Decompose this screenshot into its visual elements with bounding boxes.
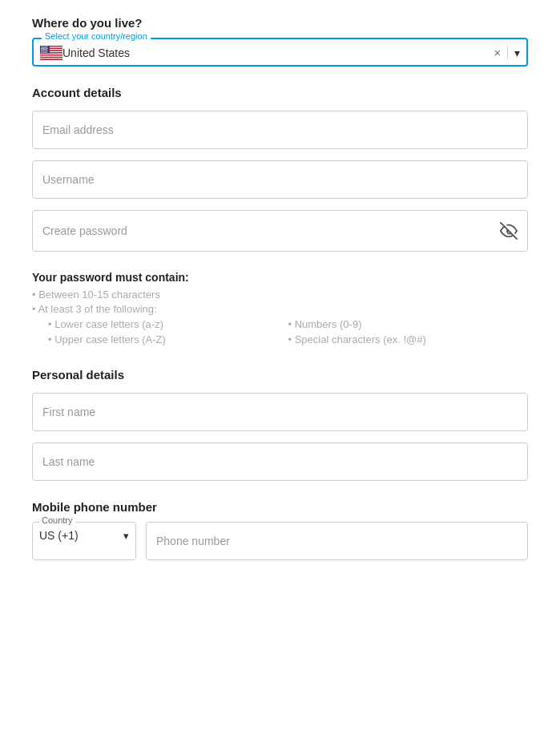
svg-point-46 — [46, 51, 47, 52]
svg-point-49 — [43, 52, 44, 53]
svg-point-26 — [42, 48, 43, 49]
svg-point-44 — [44, 51, 45, 52]
where-do-you-live-section: Where do you live? Select your country/r… — [32, 16, 528, 67]
svg-rect-10 — [40, 57, 62, 58]
country-code-select[interactable]: US (+1) — [39, 529, 119, 542]
svg-point-16 — [43, 46, 44, 47]
first-name-input[interactable] — [42, 406, 518, 418]
email-input[interactable] — [42, 123, 518, 136]
password-rule-special: • Special characters (ex. !@#) — [288, 333, 529, 345]
last-name-input[interactable] — [42, 455, 518, 468]
svg-rect-7 — [40, 54, 62, 55]
eye-slash-icon — [500, 222, 518, 240]
mobile-phone-title: Mobile phone number — [32, 500, 528, 514]
svg-point-17 — [45, 46, 46, 47]
svg-rect-8 — [40, 55, 62, 55]
svg-point-24 — [46, 47, 47, 48]
password-field-wrapper — [32, 210, 528, 252]
phone-row: Country US (+1) ▾ — [32, 522, 528, 560]
mobile-phone-section: Mobile phone number Country US (+1) ▾ — [32, 500, 528, 560]
svg-point-18 — [46, 46, 46, 47]
country-controls: × ▾ — [494, 46, 520, 59]
chevron-down-icon: ▾ — [123, 530, 129, 542]
svg-point-43 — [42, 51, 43, 52]
svg-point-47 — [41, 52, 42, 53]
svg-point-48 — [42, 52, 43, 53]
country-text-input[interactable] — [62, 46, 494, 59]
password-input[interactable] — [42, 224, 500, 237]
svg-point-27 — [43, 48, 44, 49]
password-rules-title: Your password must contain: — [32, 271, 528, 284]
personal-details-title: Personal details — [32, 368, 528, 382]
phone-number-input[interactable] — [156, 535, 518, 547]
svg-point-20 — [42, 47, 42, 48]
account-details-title: Account details — [32, 86, 528, 99]
password-rule-uppercase: • Upper case letters (A-Z) — [48, 333, 288, 345]
personal-details-section: Personal details — [32, 368, 528, 481]
phone-number-field-wrapper — [146, 522, 528, 560]
account-details-section: Account details — [32, 86, 528, 252]
country-dropdown-button[interactable]: ▾ — [514, 46, 520, 59]
svg-point-23 — [45, 47, 46, 48]
toggle-password-visibility-button[interactable] — [500, 222, 518, 240]
country-select-inner: × ▾ — [40, 46, 520, 60]
svg-point-37 — [42, 50, 43, 50]
password-rules-grid: • Lower case letters (a-z) • Numbers (0-… — [48, 318, 528, 349]
last-name-field-wrapper — [32, 442, 528, 481]
country-legend-label: Select your country/region — [42, 31, 151, 41]
svg-point-39 — [45, 50, 46, 50]
first-name-field-wrapper — [32, 393, 528, 431]
country-code-wrapper: Country US (+1) ▾ — [32, 522, 136, 560]
svg-rect-12 — [40, 59, 62, 60]
svg-point-42 — [42, 51, 42, 52]
username-input[interactable] — [42, 173, 518, 186]
svg-point-25 — [41, 48, 42, 49]
svg-point-38 — [43, 50, 44, 50]
divider — [507, 46, 508, 59]
svg-point-45 — [45, 51, 46, 52]
svg-point-34 — [45, 49, 46, 50]
password-rules-section: Your password must contain: • Between 10… — [32, 271, 528, 349]
country-clear-button[interactable]: × — [494, 46, 501, 59]
svg-point-32 — [42, 49, 43, 50]
svg-point-36 — [41, 50, 42, 50]
svg-point-15 — [42, 46, 43, 47]
us-flag-icon — [40, 46, 62, 60]
country-code-inner: US (+1) ▾ — [39, 529, 129, 542]
svg-point-50 — [45, 52, 46, 53]
svg-point-29 — [46, 48, 46, 49]
svg-point-28 — [45, 48, 46, 49]
password-rule-numbers: • Numbers (0-9) — [288, 318, 529, 330]
svg-point-33 — [44, 49, 45, 50]
svg-point-52 — [47, 52, 48, 53]
password-rule-lowercase: • Lower case letters (a-z) — [48, 318, 288, 330]
where-live-title: Where do you live? — [32, 16, 528, 30]
email-field-wrapper — [32, 111, 528, 149]
svg-point-40 — [46, 50, 46, 50]
svg-point-31 — [42, 49, 42, 50]
svg-point-21 — [42, 47, 43, 48]
svg-point-51 — [46, 52, 46, 53]
svg-point-35 — [46, 49, 47, 50]
svg-point-14 — [41, 46, 42, 47]
country-region-selector[interactable]: Select your country/region — [32, 38, 528, 67]
password-rule-at-least: • At least 3 of the following: — [32, 303, 528, 315]
svg-point-22 — [44, 47, 45, 48]
country-code-legend: Country — [39, 515, 75, 525]
svg-point-41 — [47, 50, 48, 50]
svg-point-19 — [47, 46, 48, 47]
svg-rect-11 — [40, 58, 62, 59]
svg-point-30 — [47, 48, 48, 49]
password-rule-length: • Between 10-15 characters — [32, 289, 528, 301]
svg-rect-9 — [40, 55, 62, 56]
username-field-wrapper — [32, 160, 528, 199]
